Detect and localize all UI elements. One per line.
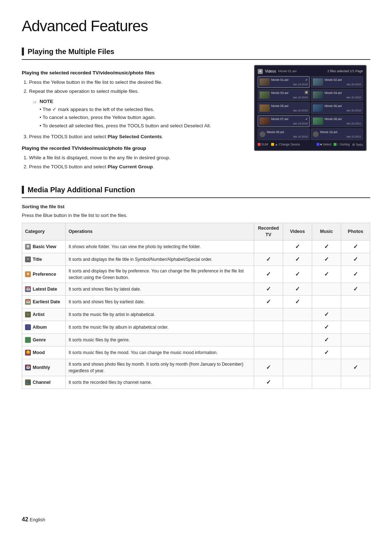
td-music-9 [312,359,341,376]
note-label: NOTE [40,99,53,104]
note-bullet-3: To deselect all selected files, press th… [40,122,211,130]
cat-label-0: Basic View [33,243,56,250]
td-ops-2: It sorts and displays the file by prefer… [66,266,254,283]
tv-item-name-4: Movie 04.avi [324,91,361,95]
td-videos-4: ✓ [283,296,312,308]
tv-item-name-1: Movie 01.avi [271,78,308,82]
note-icon: ☞ [33,99,37,106]
tv-item-name-3: Movie 03.avi [271,91,308,95]
step-1-2: Repeat the above operation to select mul… [29,88,247,130]
tv-item-name-10: Movie 10.avi [320,130,361,135]
td-ops-10: It sorts the recorded files by channel n… [66,376,254,389]
cat-label-5: Artist [33,311,45,318]
td-category-5: ♪Artist [22,308,66,321]
table-row: 📅Latest DateIt sorts and shows files by … [22,283,370,296]
table-row: ♪ArtistIt sorts the music file by artist… [22,308,370,321]
tv-item-date-8: Jan.10.2011 [324,122,361,126]
step-2-1: While a file list is displayed, move to … [29,154,247,161]
td-category-0: ⊞Basic View [22,241,66,253]
th-recorded-tv: Recorded TV [254,223,283,241]
td-category-2: ★Preference [22,266,66,283]
th-operations: Operations [66,223,254,241]
tv-checkmark-1: ✓ [305,78,308,83]
note-bullet-2: To cancel a selection, press the Yellow … [40,114,211,121]
table-row: 🎵AlbumIt sorts the music file by album i… [22,321,370,334]
tv-btn-select-icon [317,143,319,146]
td-recorded_tv-1: ✓ [254,253,283,266]
cat-icon-date: 📅 [25,286,31,292]
td-videos-1: ✓ [283,253,312,266]
td-ops-8: It sorts music files by the mood. You ca… [66,346,254,359]
step-1-3: Press the TOOLS button and select Play S… [29,133,247,140]
tv-bottom-right: ■ Select □ Sorting ⚙ Tools [317,142,363,147]
cat-label-3: Latest Date [33,286,57,293]
section1-bar [22,48,24,56]
tv-thumb-7 [260,118,270,125]
cat-icon-album: 🎵 [25,324,31,330]
tv-btn-change: ▲ Change Device [271,142,300,147]
td-ops-7: It sorts music files by the genre. [66,334,254,346]
section1-title: Playing the Multiple Files [28,46,114,57]
tv-btn-sum: SUM [258,142,268,147]
subsection1-heading: Playing the selected recorded TV/video/m… [22,69,247,77]
td-recorded_tv-4: ✓ [254,296,283,308]
tv-item-10: Movie 10.avi Jan.13.2011 [311,128,363,140]
td-recorded_tv-0 [254,241,283,253]
td-photos-1: ✓ [341,253,370,266]
table-row: 📺ChannelIt sorts the recorded files by c… [22,376,370,389]
tv-item-2: Movie 02.avi Jan.10.2010 [311,76,363,88]
tv-item-date-7: Jan.13.2010 [271,122,308,126]
table-row: 😊MoodIt sorts music files by the mood. Y… [22,346,370,359]
td-ops-4: It sorts and shows files by earliest dat… [66,296,254,308]
td-category-10: 📺Channel [22,376,66,389]
td-category-8: 😊Mood [22,346,66,359]
td-music-8: ✓ [312,346,341,359]
cat-label-8: Mood [33,349,45,356]
section1-left: Playing the selected recorded TV/video/m… [22,65,247,173]
td-ops-0: It shows whole folder. You can view the … [66,241,254,253]
td-recorded_tv-5 [254,308,283,321]
sorting-description: Press the Blue button in the file list t… [22,212,370,219]
td-category-3: 📅Latest Date [22,283,66,296]
page-title: Advanced Features [22,15,370,37]
tv-btn-sorting: □ Sorting [334,142,350,147]
td-recorded_tv-8 [254,346,283,359]
th-category: Category [22,223,66,241]
cat-label-9: Monthly [33,364,50,371]
cat-icon-pref: ★ [25,271,31,277]
cat-label-4: Earliest Date [33,299,60,305]
note-bullets: The ✓ mark appears to the left of the se… [40,106,211,130]
tv-item-date-1: Jan.13.2010 [271,82,308,86]
tv-thumb-6 [313,104,323,112]
cat-label-7: Genre [33,337,46,344]
tv-item-name-8: Movie 08.avi [324,117,361,122]
tv-item-date-6: Jan.10.2010 [324,108,361,112]
td-music-6: ✓ [312,321,341,334]
tv-item-name-2: Movie 02.avi [324,78,361,82]
step-2-2-bold: Play Current Group [107,164,153,169]
tv-item-name-9: Movie 09.avi [267,130,308,135]
subsection2-heading: Playing the recorded TV/video/music/phot… [22,145,247,152]
td-photos-6 [341,321,370,334]
tv-screen: ⊕ Videos Movie 01.avi 2 files selected 1… [254,65,367,151]
table-body: ⊞Basic ViewIt shows whole folder. You ca… [22,241,370,389]
td-music-0: ✓ [312,241,341,253]
tv-item-info-8: Movie 08.avi Jan.10.2011 [324,117,361,126]
tv-item-name-5: Movie 05.avi [271,104,308,108]
td-ops-9: It sorts and shows photo files by month.… [66,359,254,376]
cat-icon-title: ≡ [25,256,31,262]
note-box: ☞ NOTE The ✓ mark appears to the left of… [33,98,247,130]
td-ops-6: It sorts the music file by album in alph… [66,321,254,334]
td-videos-10 [283,376,312,389]
tv-item-info-5: Movie 05.avi Jan.10.2010 [271,104,308,112]
tv-thumb-4 [313,91,323,99]
tv-item-date-4: Jan.10.2010 [324,95,361,99]
td-category-9: 📆Monthly [22,359,66,376]
tv-item-info-2: Movie 02.avi Jan.10.2010 [324,78,361,86]
sort-table: Category Operations Recorded TV Videos M… [22,223,370,389]
td-videos-7 [283,334,312,346]
section2-title: Media Play Additional Function [28,184,135,195]
td-photos-9: ✓ [341,359,370,376]
td-music-2: ✓ [312,266,341,283]
td-music-10 [312,376,341,389]
